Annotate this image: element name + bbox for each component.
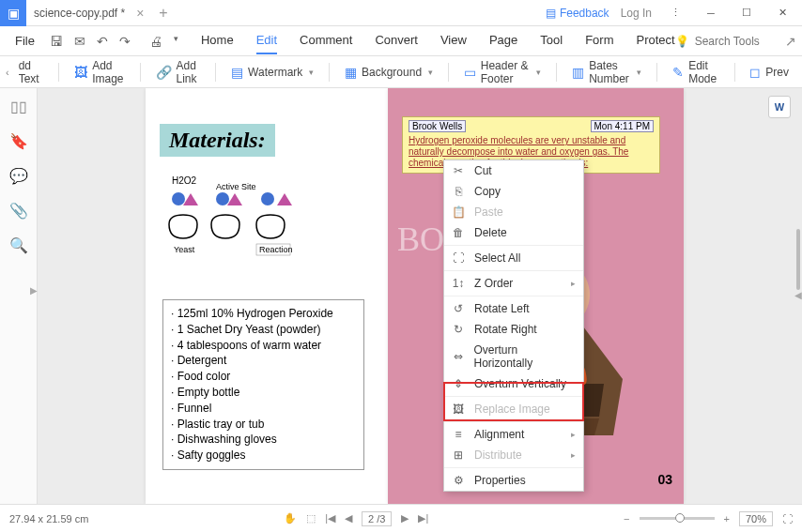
undo-icon[interactable]: ↶ xyxy=(97,34,108,49)
save-icon[interactable]: 🖫 xyxy=(50,34,63,49)
search-input[interactable] xyxy=(695,35,770,48)
ctx-paste: 📋Paste xyxy=(444,202,583,222)
minimize-icon[interactable]: ─ xyxy=(699,3,723,23)
flip-h-icon: ⇔ xyxy=(452,350,464,363)
context-menu: ✂Cut ⎘Copy 📋Paste 🗑Delete ⛶Select All 1↕… xyxy=(443,160,584,492)
bates-number-button[interactable]: ▥Bates Number▾ xyxy=(564,55,649,89)
zoom-slider[interactable] xyxy=(640,517,715,520)
chevron-down-icon: ▾ xyxy=(637,68,641,77)
scrollbar-thumb[interactable] xyxy=(796,229,800,290)
ctx-copy[interactable]: ⎘Copy xyxy=(444,181,583,202)
ctx-overturn-horizontal[interactable]: ⇔Overturn Horizontally xyxy=(444,340,583,373)
close-icon[interactable]: × xyxy=(136,6,144,21)
left-sidebar: ▯▯ 🔖 💬 📎 🔍 ▶ xyxy=(0,88,38,504)
svg-text:Reaction: Reaction xyxy=(259,245,293,254)
svg-point-2 xyxy=(216,192,229,205)
print-dropdown-icon[interactable]: ▾ xyxy=(174,34,178,49)
word-export-icon[interactable]: W xyxy=(768,96,791,118)
select-tool-icon[interactable]: ⬚ xyxy=(306,512,316,524)
search-panel-icon[interactable]: 🔍 xyxy=(9,236,28,254)
hand-tool-icon[interactable]: ✋ xyxy=(284,512,297,524)
svg-marker-5 xyxy=(277,193,292,205)
watermark-button[interactable]: ▤Watermark▾ xyxy=(224,61,321,84)
delete-icon: 🗑 xyxy=(452,226,465,239)
list-item: · Dishwashing gloves xyxy=(171,432,356,448)
tab-comment[interactable]: Comment xyxy=(300,27,352,54)
attachment-icon[interactable]: 📎 xyxy=(9,202,28,220)
zoom-in-icon[interactable]: + xyxy=(724,513,730,524)
file-menu[interactable]: File xyxy=(8,34,42,48)
ctx-rotate-right[interactable]: ↻Rotate Right xyxy=(444,319,583,340)
chevron-right-icon: ▸ xyxy=(571,450,576,460)
tab-convert[interactable]: Convert xyxy=(375,27,418,54)
comment-panel-icon[interactable]: 💬 xyxy=(9,167,28,185)
fit-page-icon[interactable]: ⛶ xyxy=(782,513,793,524)
background-label: Background xyxy=(362,66,422,79)
share-icon[interactable]: ↗ xyxy=(785,34,796,49)
zoom-out-icon[interactable]: − xyxy=(624,513,629,524)
tab-tool[interactable]: Tool xyxy=(540,27,563,54)
header-footer-button[interactable]: ▭Header & Footer▾ xyxy=(456,55,549,89)
add-text-button[interactable]: dd Text xyxy=(11,55,52,89)
document-canvas[interactable]: Materials: H2O2 Active Site Yeast Reacti… xyxy=(38,88,802,504)
close-window-icon[interactable]: ✕ xyxy=(770,3,794,23)
first-page-icon[interactable]: |◀ xyxy=(325,512,335,524)
svg-text:Yeast: Yeast xyxy=(174,245,195,254)
chevron-right-icon: ▸ xyxy=(571,279,576,288)
tab-page[interactable]: Page xyxy=(489,27,517,54)
bookmark-icon[interactable]: 🔖 xyxy=(9,132,28,150)
login-button[interactable]: Log In xyxy=(621,7,652,20)
yeast-diagram: H2O2 Active Site Yeast Reaction xyxy=(164,173,333,262)
more-icon[interactable]: ⋮ xyxy=(663,3,687,23)
bates-label: Bates Number xyxy=(589,59,630,85)
document-tab[interactable]: science-copy.pdf * × xyxy=(26,0,151,26)
expand-left-icon[interactable]: ▶ xyxy=(30,285,38,296)
paste-icon: 📋 xyxy=(452,205,465,219)
maximize-icon[interactable]: ☐ xyxy=(734,3,759,23)
ctx-alignment[interactable]: ≡Alignment▸ xyxy=(444,424,583,445)
ctx-properties[interactable]: ⚙Properties xyxy=(444,470,583,491)
redo-icon[interactable]: ↷ xyxy=(119,34,131,49)
zorder-icon: 1↕ xyxy=(452,277,465,290)
prev-button[interactable]: ◻Prev xyxy=(742,61,796,84)
last-page-icon[interactable]: ▶| xyxy=(418,512,428,524)
ctx-overturn-vertical[interactable]: ⇕Overturn Vertically xyxy=(444,373,583,394)
add-link-button[interactable]: 🔗Add Link xyxy=(148,55,208,89)
expand-right-icon[interactable]: ◀ xyxy=(794,290,802,300)
ctx-select-all[interactable]: ⛶Select All xyxy=(444,248,583,268)
zoom-thumb[interactable] xyxy=(675,513,685,523)
print-icon[interactable]: 🖨 xyxy=(149,34,162,49)
background-button[interactable]: ▦Background▾ xyxy=(337,61,440,84)
ctx-cut[interactable]: ✂Cut xyxy=(444,160,583,181)
ctx-z-order[interactable]: 1↕Z Order▸ xyxy=(444,273,583,294)
ctx-distribute: ⊞Distribute▸ xyxy=(444,445,583,465)
edit-mode-button[interactable]: ✎Edit Mode xyxy=(665,55,726,89)
ctx-replace-image: 🖼Replace Image xyxy=(444,399,583,419)
prev-page-icon[interactable]: ◀ xyxy=(345,512,352,524)
replace-image-icon: 🖼 xyxy=(452,403,465,416)
tab-form[interactable]: Form xyxy=(585,27,613,54)
menu-tabs: Home Edit Comment Convert View Page Tool… xyxy=(201,27,675,54)
annotation-author: Brook Wells xyxy=(409,120,466,132)
page-indicator[interactable]: 2 /3 xyxy=(362,511,392,526)
ctx-delete[interactable]: 🗑Delete xyxy=(444,222,583,243)
materials-list: · 125ml 10% Hydrogen Peroxide · 1 Sachet… xyxy=(162,299,364,470)
thumbnails-icon[interactable]: ▯▯ xyxy=(10,98,27,115)
ctx-rotate-left[interactable]: ↺Rotate Left xyxy=(444,298,583,319)
search-tools[interactable]: 💡 xyxy=(675,35,770,48)
tab-home[interactable]: Home xyxy=(201,27,234,54)
tab-edit[interactable]: Edit xyxy=(256,27,277,54)
feedback-button[interactable]: ▤ Feedback xyxy=(546,7,609,20)
list-item: · Safty goggles xyxy=(171,448,356,464)
mail-icon[interactable]: ✉ xyxy=(74,34,85,49)
chevron-right-icon: ▸ xyxy=(571,430,576,439)
add-tab-icon[interactable]: + xyxy=(159,5,167,22)
tab-view[interactable]: View xyxy=(440,27,467,54)
select-all-icon: ⛶ xyxy=(452,251,465,265)
zoom-value[interactable]: 70% xyxy=(739,511,773,526)
list-item: · 1 Sachet Dry Yeast (powder) xyxy=(171,322,356,338)
add-image-button[interactable]: 🖼Add Image xyxy=(67,55,132,89)
flip-v-icon: ⇕ xyxy=(452,377,465,390)
next-page-icon[interactable]: ▶ xyxy=(401,512,409,524)
tab-protect[interactable]: Protect xyxy=(636,27,674,54)
